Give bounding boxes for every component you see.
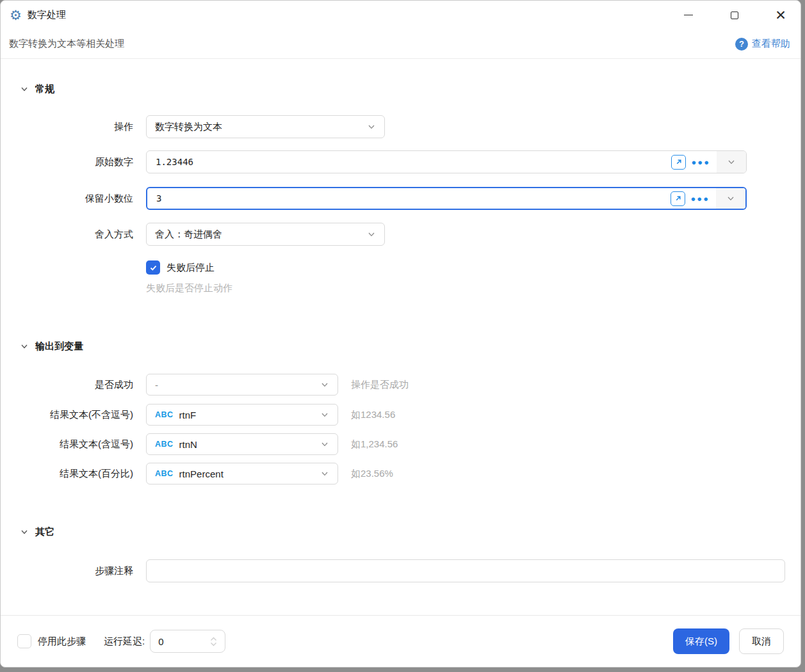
save-button[interactable]: 保存(S) [673, 628, 729, 654]
source-number-field: ●●● [146, 150, 747, 173]
window-title: 数字处理 [28, 9, 66, 21]
gear-icon: ⚙ [10, 8, 22, 22]
minimize-icon [684, 15, 693, 15]
string-type-icon: ABC [155, 410, 174, 419]
source-number-label: 原始数字 [1, 156, 133, 168]
run-delay-field [150, 630, 225, 653]
window-controls: ✕ [680, 7, 789, 24]
help-link[interactable]: ? 查看帮助 [735, 38, 790, 51]
section-general-title: 常规 [35, 83, 54, 95]
dialog-window: ⚙ 数字处理 ✕ 数字转换为文本等相关处理 ? 查看帮助 常规 操作 数 [0, 0, 801, 668]
rounding-value: 舍入：奇进偶舍 [155, 228, 367, 241]
string-type-icon: ABC [155, 469, 174, 478]
chevron-down-icon [320, 410, 329, 419]
minimize-button[interactable] [680, 7, 697, 24]
result-percent-value: rtnPercent [179, 468, 320, 479]
more-options-icon[interactable]: ●●● [690, 195, 710, 203]
chevron-down-icon [20, 527, 29, 536]
success-var-value: - [155, 380, 320, 390]
run-delay-input[interactable] [150, 636, 210, 647]
close-button[interactable]: ✕ [772, 7, 789, 24]
help-icon: ? [735, 38, 748, 51]
result-comma-value: rtnN [179, 439, 320, 450]
decimal-places-field: ●●● [146, 187, 747, 210]
number-stepper[interactable] [210, 637, 225, 646]
result-plain-label: 结果文本(不含逗号) [1, 409, 133, 421]
section-other-header[interactable]: 其它 [20, 525, 801, 539]
help-link-label: 查看帮助 [752, 38, 790, 50]
chevron-down-icon [20, 84, 29, 93]
cancel-button[interactable]: 取消 [739, 628, 784, 654]
row-source-number: 原始数字 ●●● [1, 150, 801, 173]
dialog-content: 常规 操作 数字转换为文本 原始数字 ●●● [1, 59, 801, 615]
operation-value: 数字转换为文本 [155, 121, 367, 133]
string-type-icon: ABC [155, 440, 174, 449]
success-var-select[interactable]: - [146, 374, 338, 396]
result-percent-select[interactable]: ABC rtnPercent [146, 463, 338, 484]
row-success-var: 是否成功 - 操作是否成功 [1, 374, 801, 396]
chevron-up-icon [210, 637, 217, 641]
section-other-title: 其它 [35, 526, 54, 538]
decimal-places-input[interactable] [147, 188, 671, 209]
section-output-header[interactable]: 输出到变量 [20, 339, 801, 353]
row-step-comment: 步骤注释 [1, 559, 801, 582]
disable-step-checkbox[interactable] [17, 634, 31, 648]
result-plain-select[interactable]: ABC rtnF [146, 404, 338, 426]
operation-select[interactable]: 数字转换为文本 [146, 115, 385, 138]
stop-on-fail-label: 失败后停止 [167, 262, 215, 274]
chevron-down-icon [367, 122, 376, 131]
row-decimal-places: 保留小数位 ●●● [1, 187, 801, 210]
step-comment-input[interactable] [146, 559, 785, 582]
operation-label: 操作 [1, 121, 133, 133]
row-stop-on-fail-hint: 失败后是否停止动作 [1, 282, 801, 294]
result-plain-value: rtnF [179, 410, 320, 420]
row-stop-on-fail: 失败后停止 [1, 260, 801, 275]
result-comma-hint: 如1,234.56 [351, 438, 398, 451]
source-number-dropdown-toggle[interactable] [717, 151, 746, 173]
stop-on-fail-hint: 失败后是否停止动作 [146, 282, 232, 294]
titlebar: ⚙ 数字处理 ✕ [1, 1, 801, 29]
row-result-comma: 结果文本(含逗号) ABC rtnN 如1,234.56 [1, 433, 801, 455]
row-result-plain: 结果文本(不含逗号) ABC rtnF 如1234.56 [1, 404, 801, 426]
dialog-description: 数字转换为文本等相关处理 [9, 38, 124, 50]
rounding-select[interactable]: 舍入：奇进偶舍 [146, 223, 385, 246]
row-operation: 操作 数字转换为文本 [1, 115, 801, 138]
rounding-label: 舍入方式 [1, 228, 133, 241]
result-percent-label: 结果文本(百分比) [1, 468, 133, 480]
success-var-hint: 操作是否成功 [351, 379, 409, 391]
footer-buttons: 保存(S) 取消 [673, 628, 784, 654]
chevron-down-icon [367, 230, 376, 239]
dialog-footer: 停用此步骤 运行延迟: 保存(S) 取消 [1, 615, 801, 667]
source-number-input[interactable] [147, 151, 671, 173]
section-output-title: 输出到变量 [35, 340, 83, 353]
chevron-down-icon [320, 440, 329, 449]
row-rounding: 舍入方式 舍入：奇进偶舍 [1, 223, 801, 246]
decimal-places-label: 保留小数位 [1, 193, 133, 205]
maximize-icon [731, 12, 738, 19]
more-options-icon[interactable]: ●●● [691, 158, 710, 166]
maximize-button[interactable] [726, 7, 743, 24]
subtitle-row: 数字转换为文本等相关处理 ? 查看帮助 [1, 29, 801, 59]
result-comma-label: 结果文本(含逗号) [1, 438, 133, 451]
result-comma-select[interactable]: ABC rtnN [146, 433, 338, 455]
close-icon: ✕ [775, 8, 786, 22]
chevron-down-icon [210, 642, 217, 646]
expand-editor-icon[interactable] [671, 191, 685, 206]
row-result-percent: 结果文本(百分比) ABC rtnPercent 如23.56% [1, 463, 801, 484]
step-comment-label: 步骤注释 [1, 565, 133, 577]
section-general-header[interactable]: 常规 [20, 82, 801, 96]
expand-editor-icon[interactable] [671, 155, 686, 170]
chevron-down-icon [320, 469, 329, 478]
success-var-label: 是否成功 [1, 379, 133, 391]
result-plain-hint: 如1234.56 [351, 409, 395, 421]
run-delay-label: 运行延迟: [104, 636, 145, 648]
chevron-down-icon [320, 380, 329, 389]
result-percent-hint: 如23.56% [351, 468, 393, 480]
decimal-places-dropdown-toggle[interactable] [716, 188, 745, 209]
disable-step-label: 停用此步骤 [38, 636, 86, 648]
stop-on-fail-checkbox[interactable] [146, 260, 160, 275]
chevron-down-icon [20, 342, 29, 351]
